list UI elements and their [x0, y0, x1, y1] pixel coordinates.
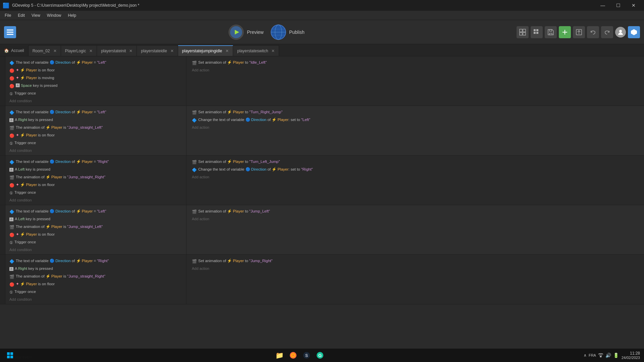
- condition-text: 🅰 Space key is pressed: [16, 83, 183, 88]
- list-item[interactable]: 🔷 The text of variable 🔵 Direction of ⚡ …: [9, 59, 183, 67]
- menu-file[interactable]: File: [1, 12, 14, 19]
- list-item[interactable]: 🔴 ✦ ⚡ Player is on floor: [9, 231, 183, 239]
- list-item[interactable]: 🎬 Set animation of ⚡ Player to "Jump_Rig…: [192, 257, 641, 265]
- list-item[interactable]: 🎬 Set animation of ⚡ Player to "Idle_Lef…: [192, 59, 641, 67]
- tab-playerstateidle[interactable]: playerstateidle ✕: [137, 45, 178, 56]
- list-item[interactable]: 🎬 Set animation of ⚡ Player to "Jump_Lef…: [192, 208, 641, 216]
- tab-playerstateinit[interactable]: playerstateinit ✕: [97, 45, 137, 56]
- windows-start-button[interactable]: [4, 349, 16, 361]
- list-item[interactable]: 🎬 The animation of ⚡ Player is "Jump_str…: [9, 223, 183, 231]
- list-item[interactable]: 🎬 The animation of ⚡ Player is "Jump_str…: [9, 124, 183, 132]
- tab-room02-label: Room_02: [33, 49, 50, 53]
- list-item[interactable]: ① Trigger once: [9, 139, 183, 147]
- add-action-button[interactable]: Add action: [192, 174, 641, 180]
- list-item[interactable]: 🔷 Change the text of variable 🔵 Directio…: [192, 166, 641, 174]
- list-item[interactable]: 🔴 ✦ ⚡ Player is on floor: [9, 67, 183, 74]
- list-item[interactable]: 🔷 The text of variable 🔵 Direction of ⚡ …: [9, 158, 183, 166]
- menu-help[interactable]: Help: [65, 12, 80, 19]
- menu-edit[interactable]: Edit: [14, 12, 28, 19]
- list-item[interactable]: 🔷 Change the text of variable 🔵 Directio…: [192, 116, 641, 124]
- hamburger-button[interactable]: [4, 26, 16, 38]
- add-action-button[interactable]: Add action: [192, 124, 641, 131]
- list-item[interactable]: 🔴 ✦ ⚡ Player is on floor: [9, 132, 183, 139]
- publish-button[interactable]: Publish: [270, 24, 305, 40]
- key-icon: 🅰: [9, 167, 13, 173]
- condition-text: Trigger once: [14, 90, 183, 96]
- add-action-button[interactable]: Add action: [192, 67, 641, 73]
- taskbar-file-explorer[interactable]: 📁: [274, 349, 286, 361]
- add-action-button[interactable]: Add action: [192, 216, 641, 222]
- toolbar-undo-btn[interactable]: [587, 26, 599, 38]
- tab-room02[interactable]: Room_02 ✕: [29, 45, 61, 56]
- menu-window[interactable]: Window: [44, 12, 65, 19]
- tab-accueil[interactable]: 🏠 Accueil: [0, 45, 29, 56]
- toolbar-profile-btn[interactable]: [615, 27, 626, 38]
- main-area: 🔷 The text of variable 🔵 Direction of ⚡ …: [0, 56, 644, 351]
- toolbar-grid-btn[interactable]: [531, 26, 543, 38]
- add-condition-button[interactable]: Add condition: [9, 197, 183, 203]
- list-item[interactable]: 🔴 🅰 Space key is pressed: [9, 82, 183, 90]
- menubar: File Edit View Window Help: [0, 11, 644, 20]
- toolbar-right: [517, 26, 640, 38]
- toolbar-extensions-btn[interactable]: [628, 26, 640, 38]
- list-item[interactable]: 🔷 The text of variable 🔵 Direction of ⚡ …: [9, 257, 183, 265]
- table-row: 🔷 The text of variable 🔵 Direction of ⚡ …: [0, 56, 644, 106]
- chevron-icon[interactable]: ∧: [584, 353, 587, 358]
- toolbar-add-btn[interactable]: [559, 26, 571, 38]
- tab-playerstateidle-close[interactable]: ✕: [170, 49, 174, 53]
- list-item[interactable]: ① Trigger once: [9, 189, 183, 197]
- list-item[interactable]: 🎬 The animation of ⚡ Player is "Jump_str…: [9, 273, 183, 281]
- list-item[interactable]: ① Trigger once: [9, 288, 183, 296]
- event-editor[interactable]: 🔷 The text of variable 🔵 Direction of ⚡ …: [0, 56, 644, 351]
- condition-text: The animation of ⚡ Player is "Jump_strai…: [16, 274, 183, 279]
- svg-rect-18: [536, 32, 538, 34]
- list-item[interactable]: 🎬 The animation of ⚡ Player is "Jump_str…: [9, 174, 183, 181]
- preview-button[interactable]: Preview: [228, 24, 264, 40]
- taskbar-firefox[interactable]: [287, 349, 299, 361]
- tab-playerlogic[interactable]: PlayerLogic ✕: [61, 45, 97, 56]
- trigger-icon: ①: [9, 140, 13, 146]
- add-condition-button[interactable]: Add condition: [9, 98, 183, 104]
- add-condition-button[interactable]: Add condition: [9, 246, 183, 253]
- event-number: [0, 56, 5, 106]
- list-item[interactable]: 🔴 ✦ ⚡ Player is on floor: [9, 281, 183, 288]
- taskbar-grammarly[interactable]: G: [314, 349, 326, 361]
- menu-view[interactable]: View: [28, 12, 44, 19]
- tab-playerstatejumpingidle-close[interactable]: ✕: [225, 49, 229, 53]
- toolbar-scene-btn[interactable]: [517, 26, 529, 38]
- tab-playerstatejumpingidle[interactable]: playerstatejumpingidle ✕: [178, 45, 233, 56]
- toolbar-left: [4, 26, 16, 38]
- tab-playerstateswitch[interactable]: playerstateswitch ✕: [233, 45, 279, 56]
- add-condition-button[interactable]: Add condition: [9, 147, 183, 154]
- list-item[interactable]: 🅰 A Right key is pressed: [9, 116, 183, 124]
- list-item[interactable]: 🔴 ✦ ⚡ Player is on floor: [9, 181, 183, 189]
- list-item[interactable]: 🅰 A Right key is pressed: [9, 265, 183, 273]
- list-item[interactable]: 🅰 A Left key is pressed: [9, 166, 183, 174]
- list-item[interactable]: ① Trigger once: [9, 90, 183, 98]
- key-icon: 🅰: [9, 217, 13, 223]
- list-item[interactable]: 🎬 Set animation of ⚡ Player to "Turn_Rig…: [192, 109, 641, 116]
- toolbar-redo-btn[interactable]: [601, 26, 613, 38]
- minimize-button[interactable]: —: [595, 0, 610, 11]
- list-item[interactable]: 🔷 The text of variable 🔵 Direction of ⚡ …: [9, 208, 183, 216]
- toolbar-export-btn[interactable]: [573, 26, 585, 38]
- maximize-button[interactable]: ☐: [610, 0, 626, 11]
- actions-panel: 🎬 Set animation of ⚡ Player to "Turn_Rig…: [186, 106, 644, 155]
- tab-playerstateswitch-close[interactable]: ✕: [271, 49, 275, 53]
- condition-text: The animation of ⚡ Player is "Jump_strai…: [16, 224, 183, 230]
- list-item[interactable]: 🔷 The text of variable 🔵 Direction of ⚡ …: [9, 109, 183, 116]
- list-item[interactable]: 🎬 Set animation of ⚡ Player to "Turn_Lef…: [192, 158, 641, 166]
- tab-playerstateinit-close[interactable]: ✕: [129, 49, 132, 53]
- close-button[interactable]: ✕: [626, 0, 641, 11]
- taskbar-steam[interactable]: S: [301, 349, 313, 361]
- tab-room02-close[interactable]: ✕: [53, 49, 57, 53]
- tab-playerlogic-close[interactable]: ✕: [89, 49, 93, 53]
- add-action-button[interactable]: Add action: [192, 265, 641, 272]
- toolbar-save-btn[interactable]: [545, 26, 557, 38]
- list-item[interactable]: ① Trigger once: [9, 239, 183, 246]
- add-condition-button[interactable]: Add condition: [9, 296, 183, 303]
- taskbar: 📁 S G ∧ FRA: [0, 349, 644, 362]
- list-item[interactable]: 🅰 A Left key is pressed: [9, 216, 183, 223]
- list-item[interactable]: 🔴 ✦ ⚡ Player is moving: [9, 74, 183, 82]
- condition-text: Trigger once: [14, 140, 183, 146]
